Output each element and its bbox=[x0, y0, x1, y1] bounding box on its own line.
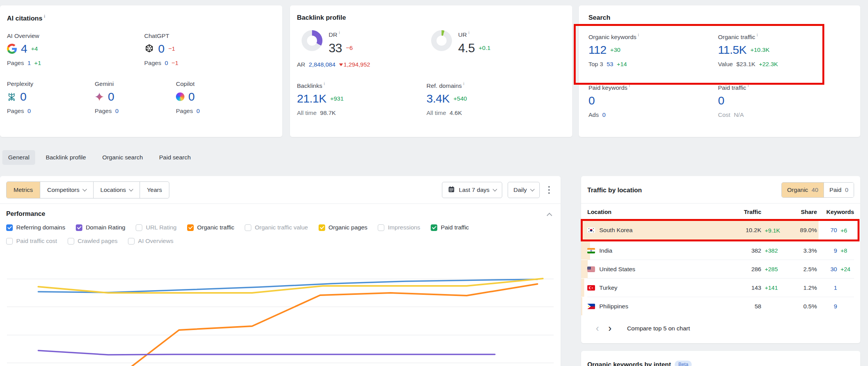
tab-general[interactable]: General bbox=[2, 150, 35, 165]
chart-toolbar: Metrics Competitors Locations Years Last… bbox=[0, 176, 561, 198]
organic-keywords-block: Organic keywordsi 112+30 Top 353+14 bbox=[588, 32, 718, 68]
metric-checkbox-organic-pages[interactable]: Organic pages bbox=[319, 224, 368, 231]
engine-perplexity: Perplexity 0 Pages0 bbox=[7, 80, 95, 115]
competitors-segment[interactable]: Competitors bbox=[40, 182, 93, 198]
share-bar bbox=[581, 260, 588, 278]
section-tabs: General Backlink profile Organic search … bbox=[2, 150, 196, 165]
info-icon[interactable]: i bbox=[463, 81, 464, 86]
chart-line-domain-rating bbox=[38, 351, 495, 355]
engine-gemini: Gemini 0 Pages0 bbox=[95, 80, 176, 115]
backlink-profile-card: Backlink profile DRi 33−6 AR 2,848,084 1… bbox=[290, 5, 572, 137]
backlinks-block: Backlinksi 21.1K+931 All time98.7K bbox=[297, 81, 426, 116]
ai-overview-delta: +4 bbox=[31, 45, 38, 52]
ur-donut-chart bbox=[431, 30, 452, 51]
chart-line-organic-traffic bbox=[131, 284, 537, 366]
next-page-chevron-icon[interactable]: › bbox=[604, 323, 616, 333]
date-range-button[interactable]: Last 7 days bbox=[442, 182, 502, 198]
engine-ai-overview: AI Overview 4 +4 Pages1+1 bbox=[7, 32, 144, 67]
metric-checkbox-impressions[interactable]: Impressions bbox=[378, 224, 420, 231]
metric-checkbox-referring-domains[interactable]: Referring domains bbox=[6, 224, 65, 231]
info-icon[interactable]: i bbox=[44, 14, 45, 19]
flag-india-icon bbox=[587, 248, 595, 253]
domain-overview-dashboard: AI citationsi AI Overview 4 +4 Pages1+1 … bbox=[0, 0, 868, 366]
more-options-kebab-icon[interactable] bbox=[545, 183, 553, 197]
info-icon[interactable]: i bbox=[638, 32, 639, 37]
checkbox-icon bbox=[319, 224, 325, 231]
ai-overview-value: 4 bbox=[21, 43, 27, 55]
organic-toggle[interactable]: Organic40 bbox=[782, 183, 824, 197]
ref-domains-value[interactable]: 3.4K bbox=[426, 93, 450, 104]
beta-badge: Beta bbox=[675, 361, 692, 366]
metric-checkbox-organic-traffic-value[interactable]: Organic traffic value bbox=[245, 224, 308, 231]
metric-checkbox-domain-rating[interactable]: Domain Rating bbox=[76, 224, 126, 231]
search-card: Search Organic keywordsi 112+30 Top 353+… bbox=[579, 5, 860, 137]
chevron-down-icon bbox=[82, 187, 87, 191]
checkbox-icon bbox=[6, 238, 13, 245]
backlink-profile-title: Backlink profile bbox=[297, 14, 565, 22]
collapse-chevron-icon[interactable] bbox=[547, 212, 552, 218]
ur-value: 4.5 bbox=[458, 42, 475, 54]
tab-paid-search[interactable]: Paid search bbox=[153, 150, 197, 165]
chevron-down-icon bbox=[493, 187, 497, 191]
info-icon[interactable]: i bbox=[324, 81, 324, 86]
paid-toggle[interactable]: Paid0 bbox=[824, 183, 854, 197]
location-table-header: Location Traffic Share Keywords bbox=[587, 204, 854, 219]
checkbox-icon bbox=[431, 224, 437, 231]
previous-page-chevron-icon[interactable]: ‹ bbox=[591, 323, 604, 333]
compare-top5-link[interactable]: Compare top 5 on chart bbox=[627, 325, 690, 332]
organic-keywords-value[interactable]: 112 bbox=[588, 44, 606, 56]
info-icon[interactable]: i bbox=[757, 32, 757, 37]
tab-backlink-profile[interactable]: Backlink profile bbox=[40, 150, 92, 165]
traffic-by-location-card: Traffic by location Organic40 Paid0 Loca… bbox=[581, 176, 860, 343]
metrics-segment[interactable]: Metrics bbox=[7, 182, 40, 198]
years-segment[interactable]: Years bbox=[140, 182, 169, 198]
performance-line-chart bbox=[4, 251, 557, 366]
engine-chatgpt: ChatGPT 0 −1 Pages0−1 bbox=[144, 32, 178, 67]
organic-paid-toggle: Organic40 Paid0 bbox=[781, 182, 854, 198]
checkbox-icon bbox=[6, 224, 13, 231]
info-icon[interactable]: i bbox=[339, 30, 339, 35]
location-row-south-korea[interactable]: South Korea 10.2K +9.1K 89.0% 70 +6 bbox=[587, 219, 854, 241]
info-icon[interactable]: i bbox=[748, 83, 749, 88]
flag-south-korea-icon bbox=[587, 227, 595, 233]
granularity-button[interactable]: Daily bbox=[508, 182, 539, 198]
intent-title: Organic keywords by intent bbox=[587, 361, 671, 366]
flag-turkey-icon bbox=[587, 285, 595, 291]
location-row-turkey[interactable]: Turkey 143 +141 1.2% 1 bbox=[587, 278, 854, 297]
authority-rank-line: AR 2,848,084 1,294,952 bbox=[297, 61, 426, 68]
perplexity-icon bbox=[7, 92, 16, 101]
location-row-philippines[interactable]: Philippines 58 0.5% 9 bbox=[587, 297, 854, 315]
tab-organic-search[interactable]: Organic search bbox=[96, 150, 148, 165]
locations-segment[interactable]: Locations bbox=[93, 182, 140, 198]
metric-checkbox-crawled-pages[interactable]: Crawled pages bbox=[68, 238, 118, 245]
backlinks-value[interactable]: 21.1K bbox=[297, 93, 326, 104]
metric-checkbox-paid-traffic-cost[interactable]: Paid traffic cost bbox=[6, 238, 57, 245]
flag-united-states-icon bbox=[587, 267, 595, 272]
checkbox-icon bbox=[378, 224, 384, 231]
url-rating-block: URi 4.5+0.1 bbox=[426, 30, 491, 68]
location-row-united-states[interactable]: United States 286 +285 2.5% 30 +24 bbox=[587, 260, 854, 278]
metric-checkbox-url-rating[interactable]: URL Rating bbox=[136, 224, 177, 231]
ref-domains-block: Ref. domainsi 3.4K+540 All time4.6K bbox=[426, 81, 467, 116]
organic-keywords-by-intent-card: Organic keywords by intent Beta bbox=[581, 351, 860, 366]
metric-checkbox-row-1: Referring domains Domain Rating URL Rati… bbox=[0, 224, 561, 231]
chatgpt-icon bbox=[144, 44, 154, 54]
location-row-india[interactable]: India 382 +382 3.3% 9 +8 bbox=[587, 241, 854, 260]
paid-keywords-value[interactable]: 0 bbox=[588, 95, 595, 106]
checkbox-icon bbox=[245, 224, 251, 231]
paid-traffic-value[interactable]: 0 bbox=[718, 95, 724, 106]
chevron-down-icon bbox=[530, 187, 534, 191]
copilot-icon bbox=[176, 92, 184, 101]
checkbox-icon bbox=[128, 238, 135, 245]
google-icon bbox=[7, 44, 17, 54]
paid-traffic-block: Paid traffici 0 CostN/A bbox=[718, 83, 749, 118]
metric-checkbox-paid-traffic[interactable]: Paid traffic bbox=[431, 224, 469, 231]
metric-checkbox-organic-traffic[interactable]: Organic traffic bbox=[187, 224, 234, 231]
info-icon[interactable]: i bbox=[468, 30, 469, 35]
checkbox-icon bbox=[76, 224, 82, 231]
share-bar bbox=[581, 297, 582, 315]
calendar-icon bbox=[448, 186, 455, 195]
info-icon[interactable]: i bbox=[629, 83, 630, 88]
organic-traffic-value[interactable]: 11.5K bbox=[718, 44, 747, 56]
metric-checkbox-ai-overviews[interactable]: AI Overviews bbox=[128, 238, 173, 245]
